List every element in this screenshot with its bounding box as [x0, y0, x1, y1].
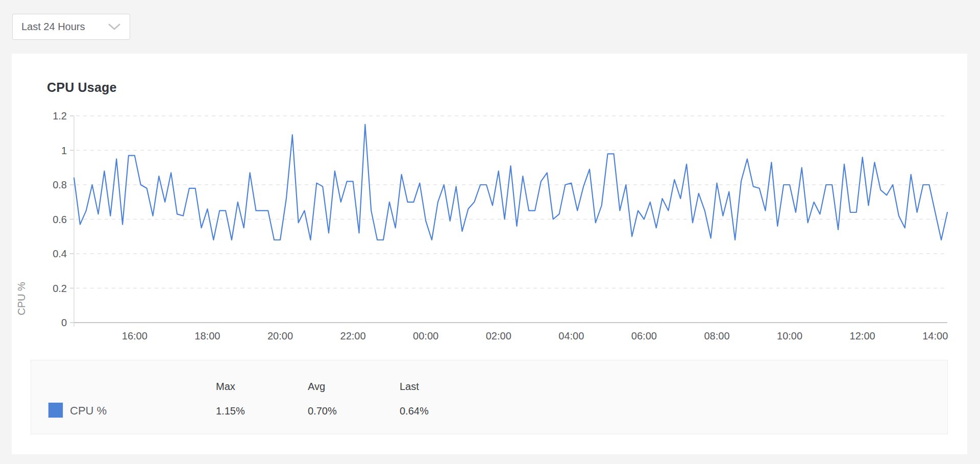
svg-text:14:00: 14:00 — [922, 330, 948, 341]
svg-text:00:00: 00:00 — [413, 330, 438, 341]
svg-text:02:00: 02:00 — [486, 330, 511, 341]
svg-text:0.2: 0.2 — [53, 283, 67, 294]
cpu-usage-line — [74, 125, 947, 240]
legend-header-avg: Avg — [308, 381, 325, 393]
time-range-select[interactable]: Last 24 Hours — [12, 14, 130, 40]
svg-text:0.8: 0.8 — [53, 179, 67, 190]
cpu-usage-chart: 00.20.40.60.811.216:0018:0020:0022:0000:… — [12, 54, 967, 360]
svg-text:06:00: 06:00 — [631, 330, 657, 341]
svg-text:1: 1 — [61, 145, 67, 156]
svg-text:0: 0 — [61, 317, 67, 328]
svg-text:1.2: 1.2 — [53, 110, 67, 121]
legend-series-label: CPU % — [70, 404, 107, 418]
svg-text:22:00: 22:00 — [340, 330, 366, 341]
legend-header-last: Last — [400, 381, 419, 393]
legend-value-avg: 0.70% — [308, 405, 337, 417]
cpu-usage-panel: CPU Usage 00.20.40.60.811.216:0018:0020:… — [12, 54, 967, 454]
y-axis-tick-labels: 00.20.40.60.811.2 — [53, 110, 67, 328]
x-axis-tick-labels: 16:0018:0020:0022:0000:0002:0004:0006:00… — [122, 330, 948, 341]
svg-text:10:00: 10:00 — [777, 330, 802, 341]
legend-header-max: Max — [216, 381, 235, 393]
svg-text:0.6: 0.6 — [53, 214, 67, 225]
y-gridlines — [70, 116, 947, 323]
svg-text:08:00: 08:00 — [704, 330, 729, 341]
svg-text:0.4: 0.4 — [53, 248, 67, 259]
legend-value-last: 0.64% — [400, 405, 429, 417]
series-color-swatch — [48, 402, 63, 418]
svg-text:18:00: 18:00 — [194, 330, 220, 341]
legend-value-max: 1.15% — [216, 405, 245, 417]
legend-panel: Max Avg Last CPU % 1.15% 0.70% 0.64% — [31, 360, 948, 434]
y-axis-title: CPU % — [16, 282, 27, 315]
svg-text:04:00: 04:00 — [558, 330, 584, 341]
svg-text:20:00: 20:00 — [267, 330, 293, 341]
cpu-usage-chart-svg: 00.20.40.60.811.216:0018:0020:0022:0000:… — [12, 54, 967, 360]
svg-text:12:00: 12:00 — [850, 330, 875, 341]
svg-text:16:00: 16:00 — [122, 330, 148, 341]
time-range-value: Last 24 Hours — [21, 21, 108, 33]
chevron-down-icon — [108, 23, 120, 31]
